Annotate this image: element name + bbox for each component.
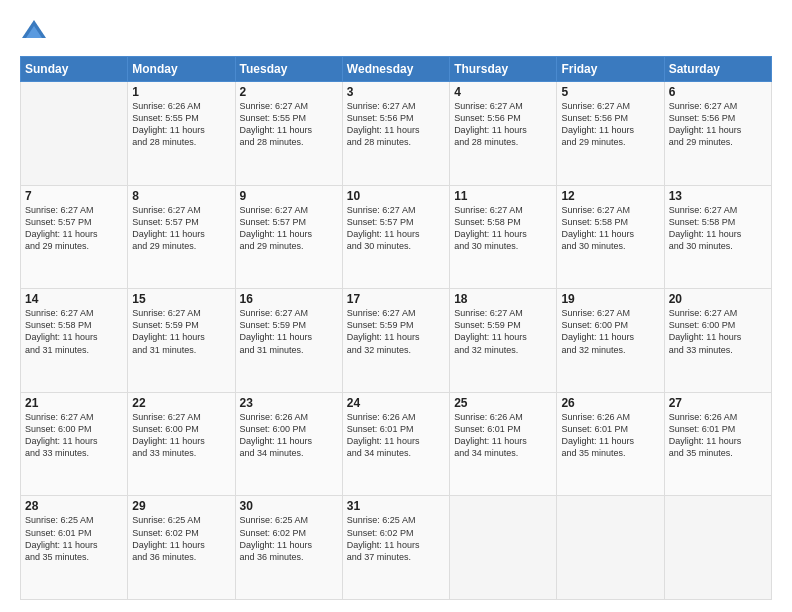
calendar-cell: 25Sunrise: 6:26 AM Sunset: 6:01 PM Dayli… xyxy=(450,392,557,496)
day-number: 11 xyxy=(454,189,552,203)
calendar-cell xyxy=(664,496,771,600)
calendar-cell: 13Sunrise: 6:27 AM Sunset: 5:58 PM Dayli… xyxy=(664,185,771,289)
cell-info: Sunrise: 6:26 AM Sunset: 5:55 PM Dayligh… xyxy=(132,100,230,149)
calendar-cell: 9Sunrise: 6:27 AM Sunset: 5:57 PM Daylig… xyxy=(235,185,342,289)
cell-info: Sunrise: 6:25 AM Sunset: 6:01 PM Dayligh… xyxy=(25,514,123,563)
day-number: 3 xyxy=(347,85,445,99)
day-number: 24 xyxy=(347,396,445,410)
calendar-cell: 22Sunrise: 6:27 AM Sunset: 6:00 PM Dayli… xyxy=(128,392,235,496)
calendar-cell: 2Sunrise: 6:27 AM Sunset: 5:55 PM Daylig… xyxy=(235,82,342,186)
day-number: 8 xyxy=(132,189,230,203)
day-number: 2 xyxy=(240,85,338,99)
calendar-cell: 26Sunrise: 6:26 AM Sunset: 6:01 PM Dayli… xyxy=(557,392,664,496)
cell-info: Sunrise: 6:27 AM Sunset: 5:56 PM Dayligh… xyxy=(669,100,767,149)
cell-info: Sunrise: 6:27 AM Sunset: 5:59 PM Dayligh… xyxy=(132,307,230,356)
cell-info: Sunrise: 6:27 AM Sunset: 5:57 PM Dayligh… xyxy=(347,204,445,253)
day-number: 31 xyxy=(347,499,445,513)
day-number: 5 xyxy=(561,85,659,99)
cell-info: Sunrise: 6:27 AM Sunset: 6:00 PM Dayligh… xyxy=(669,307,767,356)
calendar-cell: 23Sunrise: 6:26 AM Sunset: 6:00 PM Dayli… xyxy=(235,392,342,496)
day-number: 15 xyxy=(132,292,230,306)
day-number: 25 xyxy=(454,396,552,410)
calendar-cell: 27Sunrise: 6:26 AM Sunset: 6:01 PM Dayli… xyxy=(664,392,771,496)
header-thursday: Thursday xyxy=(450,57,557,82)
cell-info: Sunrise: 6:27 AM Sunset: 6:00 PM Dayligh… xyxy=(25,411,123,460)
cell-info: Sunrise: 6:27 AM Sunset: 5:56 PM Dayligh… xyxy=(347,100,445,149)
week-row-1: 7Sunrise: 6:27 AM Sunset: 5:57 PM Daylig… xyxy=(21,185,772,289)
calendar-cell: 19Sunrise: 6:27 AM Sunset: 6:00 PM Dayli… xyxy=(557,289,664,393)
day-number: 16 xyxy=(240,292,338,306)
header-tuesday: Tuesday xyxy=(235,57,342,82)
calendar-cell xyxy=(450,496,557,600)
calendar-table: SundayMondayTuesdayWednesdayThursdayFrid… xyxy=(20,56,772,600)
day-number: 19 xyxy=(561,292,659,306)
day-number: 26 xyxy=(561,396,659,410)
calendar-cell: 8Sunrise: 6:27 AM Sunset: 5:57 PM Daylig… xyxy=(128,185,235,289)
day-number: 30 xyxy=(240,499,338,513)
cell-info: Sunrise: 6:27 AM Sunset: 5:56 PM Dayligh… xyxy=(561,100,659,149)
cell-info: Sunrise: 6:25 AM Sunset: 6:02 PM Dayligh… xyxy=(347,514,445,563)
cell-info: Sunrise: 6:27 AM Sunset: 5:56 PM Dayligh… xyxy=(454,100,552,149)
cell-info: Sunrise: 6:27 AM Sunset: 5:57 PM Dayligh… xyxy=(240,204,338,253)
day-number: 21 xyxy=(25,396,123,410)
cell-info: Sunrise: 6:27 AM Sunset: 5:59 PM Dayligh… xyxy=(454,307,552,356)
calendar-cell: 29Sunrise: 6:25 AM Sunset: 6:02 PM Dayli… xyxy=(128,496,235,600)
header xyxy=(20,18,772,46)
day-number: 10 xyxy=(347,189,445,203)
header-monday: Monday xyxy=(128,57,235,82)
calendar-cell: 15Sunrise: 6:27 AM Sunset: 5:59 PM Dayli… xyxy=(128,289,235,393)
calendar-cell: 1Sunrise: 6:26 AM Sunset: 5:55 PM Daylig… xyxy=(128,82,235,186)
day-number: 7 xyxy=(25,189,123,203)
week-row-2: 14Sunrise: 6:27 AM Sunset: 5:58 PM Dayli… xyxy=(21,289,772,393)
cell-info: Sunrise: 6:26 AM Sunset: 6:01 PM Dayligh… xyxy=(454,411,552,460)
cell-info: Sunrise: 6:27 AM Sunset: 5:58 PM Dayligh… xyxy=(25,307,123,356)
cell-info: Sunrise: 6:26 AM Sunset: 6:01 PM Dayligh… xyxy=(561,411,659,460)
cell-info: Sunrise: 6:27 AM Sunset: 5:59 PM Dayligh… xyxy=(240,307,338,356)
cell-info: Sunrise: 6:27 AM Sunset: 5:55 PM Dayligh… xyxy=(240,100,338,149)
day-number: 4 xyxy=(454,85,552,99)
day-number: 20 xyxy=(669,292,767,306)
calendar-cell: 14Sunrise: 6:27 AM Sunset: 5:58 PM Dayli… xyxy=(21,289,128,393)
calendar-cell xyxy=(21,82,128,186)
cell-info: Sunrise: 6:27 AM Sunset: 5:57 PM Dayligh… xyxy=(25,204,123,253)
calendar-header-row: SundayMondayTuesdayWednesdayThursdayFrid… xyxy=(21,57,772,82)
day-number: 28 xyxy=(25,499,123,513)
cell-info: Sunrise: 6:25 AM Sunset: 6:02 PM Dayligh… xyxy=(132,514,230,563)
calendar-cell: 4Sunrise: 6:27 AM Sunset: 5:56 PM Daylig… xyxy=(450,82,557,186)
logo xyxy=(20,18,52,46)
cell-info: Sunrise: 6:27 AM Sunset: 5:59 PM Dayligh… xyxy=(347,307,445,356)
calendar-cell: 21Sunrise: 6:27 AM Sunset: 6:00 PM Dayli… xyxy=(21,392,128,496)
cell-info: Sunrise: 6:27 AM Sunset: 5:57 PM Dayligh… xyxy=(132,204,230,253)
logo-icon xyxy=(20,18,48,46)
calendar-cell: 12Sunrise: 6:27 AM Sunset: 5:58 PM Dayli… xyxy=(557,185,664,289)
day-number: 23 xyxy=(240,396,338,410)
calendar-cell: 17Sunrise: 6:27 AM Sunset: 5:59 PM Dayli… xyxy=(342,289,449,393)
cell-info: Sunrise: 6:27 AM Sunset: 5:58 PM Dayligh… xyxy=(454,204,552,253)
cell-info: Sunrise: 6:26 AM Sunset: 6:01 PM Dayligh… xyxy=(669,411,767,460)
week-row-3: 21Sunrise: 6:27 AM Sunset: 6:00 PM Dayli… xyxy=(21,392,772,496)
calendar-cell: 6Sunrise: 6:27 AM Sunset: 5:56 PM Daylig… xyxy=(664,82,771,186)
day-number: 1 xyxy=(132,85,230,99)
calendar-cell: 20Sunrise: 6:27 AM Sunset: 6:00 PM Dayli… xyxy=(664,289,771,393)
header-wednesday: Wednesday xyxy=(342,57,449,82)
calendar-cell: 16Sunrise: 6:27 AM Sunset: 5:59 PM Dayli… xyxy=(235,289,342,393)
calendar-cell: 7Sunrise: 6:27 AM Sunset: 5:57 PM Daylig… xyxy=(21,185,128,289)
cell-info: Sunrise: 6:26 AM Sunset: 6:00 PM Dayligh… xyxy=(240,411,338,460)
week-row-4: 28Sunrise: 6:25 AM Sunset: 6:01 PM Dayli… xyxy=(21,496,772,600)
calendar-cell: 31Sunrise: 6:25 AM Sunset: 6:02 PM Dayli… xyxy=(342,496,449,600)
day-number: 27 xyxy=(669,396,767,410)
calendar-cell: 5Sunrise: 6:27 AM Sunset: 5:56 PM Daylig… xyxy=(557,82,664,186)
calendar-cell: 30Sunrise: 6:25 AM Sunset: 6:02 PM Dayli… xyxy=(235,496,342,600)
day-number: 17 xyxy=(347,292,445,306)
day-number: 22 xyxy=(132,396,230,410)
day-number: 13 xyxy=(669,189,767,203)
calendar-cell: 24Sunrise: 6:26 AM Sunset: 6:01 PM Dayli… xyxy=(342,392,449,496)
cell-info: Sunrise: 6:27 AM Sunset: 5:58 PM Dayligh… xyxy=(561,204,659,253)
cell-info: Sunrise: 6:27 AM Sunset: 6:00 PM Dayligh… xyxy=(561,307,659,356)
day-number: 6 xyxy=(669,85,767,99)
day-number: 29 xyxy=(132,499,230,513)
header-saturday: Saturday xyxy=(664,57,771,82)
calendar-cell: 10Sunrise: 6:27 AM Sunset: 5:57 PM Dayli… xyxy=(342,185,449,289)
week-row-0: 1Sunrise: 6:26 AM Sunset: 5:55 PM Daylig… xyxy=(21,82,772,186)
calendar-cell: 28Sunrise: 6:25 AM Sunset: 6:01 PM Dayli… xyxy=(21,496,128,600)
